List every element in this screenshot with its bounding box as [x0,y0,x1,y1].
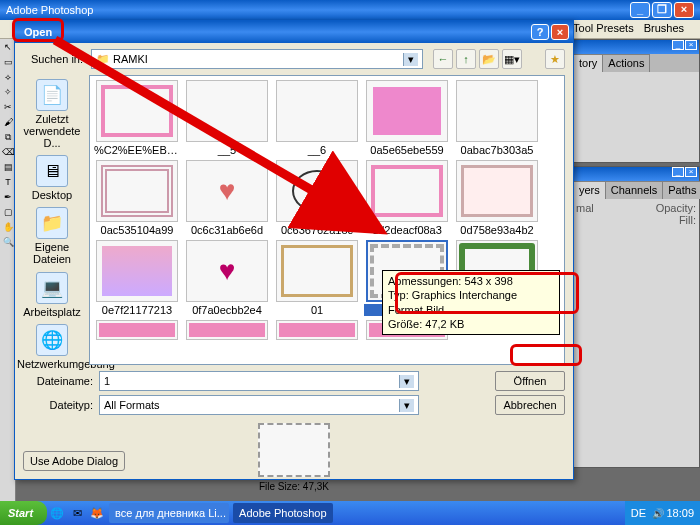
thumb-image [276,160,358,222]
place-item[interactable]: 🌐Netzwerkumgebung [17,324,87,370]
tab-actions[interactable]: Actions [602,54,650,72]
start-button[interactable]: Start [0,501,47,525]
file-thumb[interactable]: __6 [274,80,360,156]
thumb-image [96,320,178,340]
tool-crop[interactable]: ✂ [1,100,15,114]
file-thumb[interactable]: __5 [184,80,270,156]
ql-mail-icon[interactable]: ✉ [68,504,86,522]
file-list[interactable]: %C2%EE%EB%F8%...__5__60a5e65ebe5590abac7… [89,75,565,365]
tool-marquee[interactable]: ▭ [1,55,15,69]
place-label: Desktop [17,189,87,201]
blend-mode[interactable]: mal [576,202,594,214]
system-tray[interactable]: DE 🔊 18:09 [625,501,700,525]
use-adobe-dialog-button[interactable]: Use Adobe Dialog [23,451,125,471]
tool-move[interactable]: ↖ [1,40,15,54]
file-thumb[interactable]: ♥0c6c31ab6e6d [184,160,270,236]
chevron-down-icon[interactable]: ▾ [403,53,418,66]
file-thumb[interactable]: 0c636762a18c [274,160,360,236]
cancel-button[interactable]: Abbrechen [495,395,565,415]
tab-paths[interactable]: Paths [662,181,700,199]
thumb-image [96,80,178,142]
place-icon: 📄 [36,79,68,111]
tab-history[interactable]: tory [573,54,603,72]
place-item[interactable]: 📁Eigene Dateien [17,207,87,265]
place-item[interactable]: 🖥Desktop [17,155,87,201]
tab-channels[interactable]: Channels [605,181,663,199]
new-folder-icon[interactable]: 📂 [479,49,499,69]
tool-shape[interactable]: ▢ [1,205,15,219]
open-button[interactable]: Öffnen [495,371,565,391]
thumb-name: 0e7f21177213 [94,304,180,316]
file-thumb[interactable] [94,320,180,342]
tool-zoom[interactable]: 🔍 [1,235,15,249]
thumb-name: 0abac7b303a5 [454,144,540,156]
favorites-icon[interactable]: ★ [545,49,565,69]
thumb-image [456,80,538,142]
help-button[interactable]: ? [531,24,549,40]
minimize-button[interactable]: _ [630,2,650,18]
tool-brush[interactable]: 🖌 [1,115,15,129]
tool-eraser[interactable]: ⌫ [1,145,15,159]
file-thumb[interactable]: 0d2deacf08a3 [364,160,450,236]
tool-clone[interactable]: ⧉ [1,130,15,144]
tool-hand[interactable]: ✋ [1,220,15,234]
dialog-close-button[interactable]: × [551,24,569,40]
history-panel: _× tory Actions [572,39,700,163]
thumb-name: 0a5e65ebe559 [364,144,450,156]
tool-gradient[interactable]: ▤ [1,160,15,174]
menu-tool-presets[interactable]: Tool Presets [573,22,634,34]
filename-input[interactable]: 1 ▾ [99,371,419,391]
restore-button[interactable]: ❐ [652,2,672,18]
thumb-name: %C2%EE%EB%F8%... [94,144,180,156]
file-thumb[interactable]: 0abac7b303a5 [454,80,540,156]
view-menu-icon[interactable]: ▦▾ [502,49,522,69]
thumb-image [96,240,178,302]
back-icon[interactable]: ← [433,49,453,69]
place-item[interactable]: 💻Arbeitsplatz [17,272,87,318]
file-thumb[interactable]: 0ac535104a99 [94,160,180,236]
place-icon: 🌐 [36,324,68,356]
thumb-name: 0f7a0ecbb2e4 [184,304,270,316]
file-thumb[interactable] [274,320,360,342]
tool-lasso[interactable]: ⟡ [1,70,15,84]
ql-ie-icon[interactable]: 🌐 [48,504,66,522]
menu-brushes[interactable]: Brushes [644,22,684,34]
places-bar: 📄Zuletzt verwendete D...🖥Desktop📁Eigene … [15,75,89,365]
file-thumb[interactable]: 01 [274,240,360,316]
look-in-combo[interactable]: 📁 RAMKI ▾ [91,49,423,69]
file-thumb[interactable]: %C2%EE%EB%F8%... [94,80,180,156]
close-button[interactable]: × [674,2,694,18]
place-icon: 🖥 [36,155,68,187]
thumb-image: ♥ [186,160,268,222]
place-icon: 📁 [36,207,68,239]
place-label: Arbeitsplatz [17,306,87,318]
tool-text[interactable]: T [1,175,15,189]
panel-min-icon[interactable]: _ [672,40,684,50]
panel-close-icon[interactable]: × [685,167,697,177]
look-in-value: RAMKI [113,53,148,65]
file-thumb[interactable]: 0e7f21177213 [94,240,180,316]
lang-indicator[interactable]: DE [631,507,646,519]
chevron-down-icon[interactable]: ▾ [399,375,414,388]
dialog-titlebar[interactable]: Open ? × [15,21,573,43]
file-thumb[interactable]: 0a5e65ebe559 [364,80,450,156]
file-thumb[interactable]: 0d758e93a4b2 [454,160,540,236]
taskbar-item[interactable]: Adobe Photoshop [233,503,332,523]
tab-layers[interactable]: yers [573,181,606,199]
taskbar: Start 🌐 ✉ 🦊 все для дневника Li... Adobe… [0,501,700,525]
taskbar-item[interactable]: все для дневника Li... [109,503,229,523]
fill-label: Fill: [679,214,696,226]
chevron-down-icon[interactable]: ▾ [399,399,414,412]
thumb-name: __6 [274,144,360,156]
file-thumb[interactable] [184,320,270,342]
file-thumb[interactable]: ♥0f7a0ecbb2e4 [184,240,270,316]
panel-min-icon[interactable]: _ [672,167,684,177]
filetype-combo[interactable]: All Formats ▾ [99,395,419,415]
tool-wand[interactable]: ✧ [1,85,15,99]
thumb-image [186,80,268,142]
up-icon[interactable]: ↑ [456,49,476,69]
ql-firefox-icon[interactable]: 🦊 [88,504,106,522]
panel-close-icon[interactable]: × [685,40,697,50]
place-item[interactable]: 📄Zuletzt verwendete D... [17,79,87,149]
tool-path[interactable]: ✒ [1,190,15,204]
